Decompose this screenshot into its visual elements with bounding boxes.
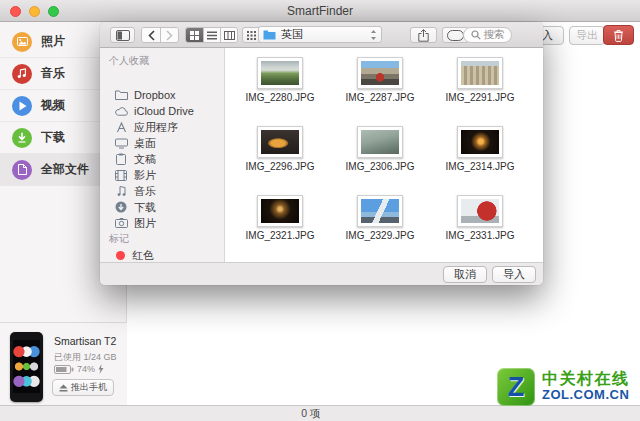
file-item[interactable]: IMG_2314.JPG <box>435 126 525 184</box>
share-button[interactable] <box>410 27 437 43</box>
list-view-icon <box>207 31 217 40</box>
phone-image <box>10 332 43 402</box>
dialog-sidebar: 个人收藏 Dropbox iCloud Drive 应用程序 桌面 文稿 <box>100 48 225 262</box>
toggle-sidebar-button[interactable] <box>110 27 135 43</box>
sidebar-item-documents[interactable]: 文稿 <box>109 151 224 167</box>
zoom-window-button[interactable] <box>48 6 59 17</box>
list-view-button[interactable] <box>203 28 220 42</box>
battery-percent: 74% <box>77 364 95 374</box>
download-circle-icon <box>114 201 128 213</box>
app-window: SmartFinder 照片 音乐 视频 下载 <box>0 0 640 421</box>
file-item[interactable]: IMG_2291.JPG <box>435 57 525 115</box>
sidebar-item-downloads[interactable]: 下载 <box>109 199 224 215</box>
file-thumbnail <box>457 57 503 89</box>
export-button[interactable]: 导出 <box>569 26 605 45</box>
device-storage-usage: 已使用 1/24 GB <box>54 351 117 364</box>
file-item[interactable]: IMG_2331.JPG <box>435 195 525 253</box>
zol-logo: Z <box>497 368 535 406</box>
watermark-title: 中关村在线 <box>542 371 630 388</box>
sidebar-item-label: 全部文件 <box>41 161 89 178</box>
folder-icon <box>263 30 276 40</box>
file-thumbnail <box>257 57 303 89</box>
sidebar-item-icloud-drive[interactable]: iCloud Drive <box>109 103 224 119</box>
sidebar-toggle-icon <box>116 30 130 41</box>
dialog-toolbar: 英国 搜索 <box>100 22 543 48</box>
file-thumbnail <box>257 195 303 227</box>
file-item[interactable]: IMG_2321.JPG <box>235 195 325 253</box>
watermark-domain: ZOL.COM.CN <box>542 388 630 403</box>
sidebar-item-applications[interactable]: 应用程序 <box>109 119 224 135</box>
applications-icon <box>114 122 128 133</box>
camera-icon <box>114 218 128 228</box>
minimize-window-button[interactable] <box>29 6 40 17</box>
photos-icon <box>12 32 32 52</box>
music-icon <box>12 64 32 84</box>
file-name: IMG_2331.JPG <box>435 230 525 241</box>
traffic-lights <box>10 6 59 17</box>
close-window-button[interactable] <box>10 6 21 17</box>
eject-phone-button[interactable]: 推出手机 <box>52 379 114 396</box>
dialog-footer: 取消 导入 <box>100 262 543 285</box>
file-open-dialog: 英国 搜索 个人收藏 Dropbox iCloud Dri <box>100 22 543 285</box>
file-name: IMG_2287.JPG <box>335 92 425 103</box>
battery-icon <box>54 365 74 374</box>
dialog-import-button[interactable]: 导入 <box>492 266 536 283</box>
sidebar-item-desktop[interactable]: 桌面 <box>109 135 224 151</box>
eject-label: 推出手机 <box>71 381 107 394</box>
file-thumbnail <box>457 195 503 227</box>
column-view-button[interactable] <box>220 28 237 42</box>
file-thumbnail <box>357 126 403 158</box>
file-item[interactable]: IMG_2287.JPG <box>335 57 425 115</box>
tag-item-red[interactable]: 红色 <box>109 247 224 262</box>
file-name: IMG_2280.JPG <box>235 92 325 103</box>
location-label: 英国 <box>281 27 365 42</box>
file-name: IMG_2296.JPG <box>235 161 325 172</box>
sidebar-item-label: 视频 <box>41 97 65 114</box>
favorites-header: 个人收藏 <box>109 54 224 68</box>
sidebar-item-label: Dropbox <box>134 89 176 101</box>
grid-view-icon <box>190 31 199 40</box>
chevron-left-icon <box>148 30 155 41</box>
charging-bolt-icon <box>98 364 104 374</box>
folder-icon <box>114 90 128 100</box>
file-name: IMG_2306.JPG <box>335 161 425 172</box>
cancel-button[interactable]: 取消 <box>443 266 487 283</box>
file-item[interactable]: IMG_2306.JPG <box>335 126 425 184</box>
trash-icon <box>613 29 624 42</box>
file-thumbnail <box>457 126 503 158</box>
tags-header: 标记 <box>109 232 224 246</box>
search-input[interactable]: 搜索 <box>463 27 512 43</box>
share-icon <box>418 29 429 42</box>
file-thumbnail <box>357 195 403 227</box>
sidebar-item-label: 音乐 <box>41 65 65 82</box>
device-panel: Smartisan T2 已使用 1/24 GB 74% 推出手机 <box>0 322 127 405</box>
tag-icon <box>447 30 464 41</box>
search-icon <box>471 30 481 40</box>
file-thumbnail <box>257 126 303 158</box>
forward-button[interactable] <box>160 28 178 42</box>
file-item[interactable]: IMG_2280.JPG <box>235 57 325 115</box>
sidebar-item-music[interactable]: 音乐 <box>109 183 224 199</box>
sidebar-item-label: 照片 <box>41 33 65 50</box>
sidebar-item-pictures[interactable]: 图片 <box>109 215 224 231</box>
sidebar-item-dropbox[interactable]: Dropbox <box>109 87 224 103</box>
cloud-icon <box>114 107 128 116</box>
delete-button[interactable] <box>603 25 634 45</box>
sidebar-item-movies[interactable]: 影片 <box>109 167 224 183</box>
documents-icon <box>114 153 128 165</box>
search-placeholder: 搜索 <box>484 28 505 42</box>
location-dropdown[interactable]: 英国 <box>258 26 382 43</box>
music-note-icon <box>114 185 128 197</box>
eject-icon <box>59 384 68 392</box>
tag-label: 红色 <box>132 248 154 263</box>
file-item[interactable]: IMG_2296.JPG <box>235 126 325 184</box>
file-item[interactable]: IMG_2329.JPG <box>335 195 425 253</box>
column-view-icon <box>224 31 235 40</box>
status-bar: 0 项 <box>0 405 640 421</box>
sidebar-item-label: 图片 <box>134 216 156 231</box>
back-button[interactable] <box>142 28 160 42</box>
file-name: IMG_2314.JPG <box>435 161 525 172</box>
icon-view-button[interactable] <box>186 28 203 42</box>
title-bar: SmartFinder <box>0 0 640 22</box>
download-icon <box>12 128 32 148</box>
